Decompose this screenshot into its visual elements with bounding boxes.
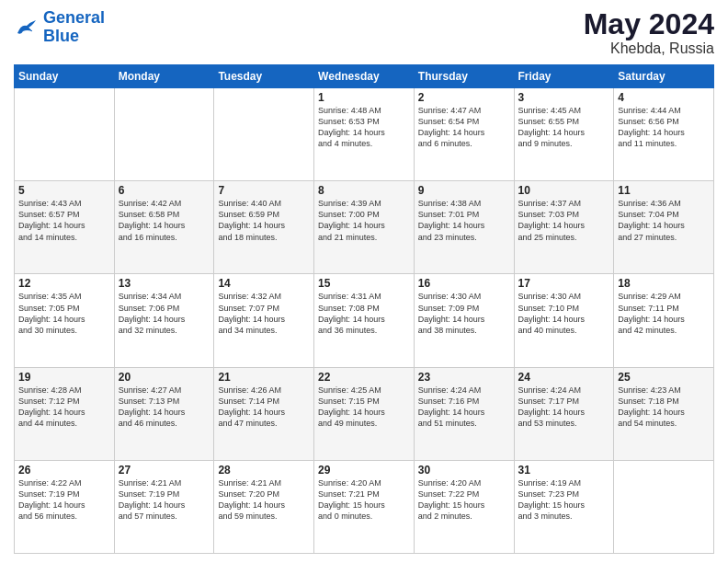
day-number: 13 [119, 277, 210, 290]
day-info: Sunrise: 4:38 AM Sunset: 7:01 PM Dayligh… [418, 198, 510, 243]
calendar-week-1: 1Sunrise: 4:48 AM Sunset: 6:53 PM Daylig… [15, 88, 714, 181]
table-row: 16Sunrise: 4:30 AM Sunset: 7:09 PM Dayli… [414, 274, 514, 367]
page: General Blue May 2024 Khebda, Russia Sun… [0, 0, 728, 563]
calendar-week-2: 5Sunrise: 4:43 AM Sunset: 6:57 PM Daylig… [15, 181, 714, 274]
calendar-week-3: 12Sunrise: 4:35 AM Sunset: 7:05 PM Dayli… [15, 274, 714, 367]
table-row: 21Sunrise: 4:26 AM Sunset: 7:14 PM Dayli… [214, 367, 314, 460]
day-info: Sunrise: 4:24 AM Sunset: 7:17 PM Dayligh… [518, 385, 610, 430]
table-row: 1Sunrise: 4:48 AM Sunset: 6:53 PM Daylig… [314, 88, 415, 181]
table-row: 26Sunrise: 4:22 AM Sunset: 7:19 PM Dayli… [15, 460, 115, 553]
day-info: Sunrise: 4:37 AM Sunset: 7:03 PM Dayligh… [518, 198, 610, 243]
day-info: Sunrise: 4:28 AM Sunset: 7:12 PM Dayligh… [18, 385, 110, 430]
table-row: 12Sunrise: 4:35 AM Sunset: 7:05 PM Dayli… [15, 274, 115, 367]
table-row: 7Sunrise: 4:40 AM Sunset: 6:59 PM Daylig… [214, 181, 314, 274]
day-info: Sunrise: 4:25 AM Sunset: 7:15 PM Dayligh… [318, 385, 410, 430]
header-thursday: Thursday [414, 65, 514, 88]
location: Khebda, Russia [584, 40, 714, 57]
table-row: 23Sunrise: 4:24 AM Sunset: 7:16 PM Dayli… [414, 367, 514, 460]
header-monday: Monday [114, 65, 214, 88]
table-row: 20Sunrise: 4:27 AM Sunset: 7:13 PM Dayli… [114, 367, 214, 460]
day-number: 24 [518, 371, 610, 384]
day-number: 9 [418, 184, 510, 197]
day-number: 14 [218, 277, 310, 290]
day-info: Sunrise: 4:44 AM Sunset: 6:56 PM Dayligh… [618, 105, 710, 150]
day-info: Sunrise: 4:40 AM Sunset: 6:59 PM Dayligh… [218, 198, 310, 243]
day-info: Sunrise: 4:32 AM Sunset: 7:07 PM Dayligh… [218, 291, 310, 336]
day-number: 11 [618, 184, 710, 197]
day-info: Sunrise: 4:23 AM Sunset: 7:18 PM Dayligh… [618, 385, 710, 430]
day-info: Sunrise: 4:19 AM Sunset: 7:23 PM Dayligh… [518, 477, 610, 523]
day-number: 29 [318, 464, 410, 477]
day-number: 12 [18, 277, 110, 290]
day-info: Sunrise: 4:21 AM Sunset: 7:19 PM Dayligh… [119, 477, 210, 523]
table-row: 30Sunrise: 4:20 AM Sunset: 7:22 PM Dayli… [414, 460, 514, 553]
day-info: Sunrise: 4:27 AM Sunset: 7:13 PM Dayligh… [119, 385, 210, 430]
day-number: 23 [418, 371, 510, 384]
day-number: 21 [218, 371, 310, 384]
calendar-week-5: 26Sunrise: 4:22 AM Sunset: 7:19 PM Dayli… [15, 460, 714, 553]
header-wednesday: Wednesday [314, 65, 415, 88]
day-number: 28 [218, 464, 310, 477]
day-info: Sunrise: 4:34 AM Sunset: 7:06 PM Dayligh… [119, 291, 210, 336]
calendar-header-row: Sunday Monday Tuesday Wednesday Thursday… [15, 65, 714, 88]
title-block: May 2024 Khebda, Russia [584, 9, 714, 57]
header-friday: Friday [514, 65, 614, 88]
day-info: Sunrise: 4:20 AM Sunset: 7:21 PM Dayligh… [318, 477, 410, 523]
day-number: 4 [618, 91, 710, 104]
day-number: 30 [418, 464, 510, 477]
day-number: 25 [618, 371, 710, 384]
day-info: Sunrise: 4:30 AM Sunset: 7:10 PM Dayligh… [518, 291, 610, 336]
day-info: Sunrise: 4:22 AM Sunset: 7:19 PM Dayligh… [18, 477, 110, 523]
day-number: 20 [119, 371, 210, 384]
calendar-week-4: 19Sunrise: 4:28 AM Sunset: 7:12 PM Dayli… [15, 367, 714, 460]
day-info: Sunrise: 4:20 AM Sunset: 7:22 PM Dayligh… [418, 477, 510, 523]
day-number: 26 [18, 464, 110, 477]
day-info: Sunrise: 4:42 AM Sunset: 6:58 PM Dayligh… [119, 198, 210, 243]
table-row: 18Sunrise: 4:29 AM Sunset: 7:11 PM Dayli… [614, 274, 714, 367]
day-number: 10 [518, 184, 610, 197]
day-number: 3 [518, 91, 610, 104]
table-row [15, 88, 115, 181]
day-number: 8 [318, 184, 410, 197]
day-info: Sunrise: 4:35 AM Sunset: 7:05 PM Dayligh… [18, 291, 110, 336]
day-number: 17 [518, 277, 610, 290]
day-number: 27 [119, 464, 210, 477]
day-number: 7 [218, 184, 310, 197]
logo: General Blue [14, 9, 105, 46]
table-row: 4Sunrise: 4:44 AM Sunset: 6:56 PM Daylig… [614, 88, 714, 181]
table-row: 14Sunrise: 4:32 AM Sunset: 7:07 PM Dayli… [214, 274, 314, 367]
day-info: Sunrise: 4:45 AM Sunset: 6:55 PM Dayligh… [518, 105, 610, 150]
day-number: 31 [518, 464, 610, 477]
table-row: 11Sunrise: 4:36 AM Sunset: 7:04 PM Dayli… [614, 181, 714, 274]
day-info: Sunrise: 4:43 AM Sunset: 6:57 PM Dayligh… [18, 198, 110, 243]
day-number: 2 [418, 91, 510, 104]
header: General Blue May 2024 Khebda, Russia [14, 9, 714, 57]
day-number: 1 [318, 91, 410, 104]
table-row: 29Sunrise: 4:20 AM Sunset: 7:21 PM Dayli… [314, 460, 415, 553]
day-info: Sunrise: 4:36 AM Sunset: 7:04 PM Dayligh… [618, 198, 710, 243]
day-number: 5 [18, 184, 110, 197]
table-row: 2Sunrise: 4:47 AM Sunset: 6:54 PM Daylig… [414, 88, 514, 181]
logo-text: General Blue [43, 9, 105, 46]
table-row: 8Sunrise: 4:39 AM Sunset: 7:00 PM Daylig… [314, 181, 415, 274]
day-number: 15 [318, 277, 410, 290]
month-title: May 2024 [584, 9, 714, 39]
header-saturday: Saturday [614, 65, 714, 88]
table-row: 5Sunrise: 4:43 AM Sunset: 6:57 PM Daylig… [15, 181, 115, 274]
day-number: 22 [318, 371, 410, 384]
table-row: 3Sunrise: 4:45 AM Sunset: 6:55 PM Daylig… [514, 88, 614, 181]
logo-icon [14, 15, 40, 40]
table-row: 25Sunrise: 4:23 AM Sunset: 7:18 PM Dayli… [614, 367, 714, 460]
day-number: 6 [119, 184, 210, 197]
table-row [214, 88, 314, 181]
table-row: 22Sunrise: 4:25 AM Sunset: 7:15 PM Dayli… [314, 367, 415, 460]
table-row: 17Sunrise: 4:30 AM Sunset: 7:10 PM Dayli… [514, 274, 614, 367]
day-info: Sunrise: 4:31 AM Sunset: 7:08 PM Dayligh… [318, 291, 410, 336]
day-info: Sunrise: 4:30 AM Sunset: 7:09 PM Dayligh… [418, 291, 510, 336]
table-row: 6Sunrise: 4:42 AM Sunset: 6:58 PM Daylig… [114, 181, 214, 274]
day-info: Sunrise: 4:29 AM Sunset: 7:11 PM Dayligh… [618, 291, 710, 336]
table-row [114, 88, 214, 181]
day-info: Sunrise: 4:47 AM Sunset: 6:54 PM Dayligh… [418, 105, 510, 150]
table-row: 15Sunrise: 4:31 AM Sunset: 7:08 PM Dayli… [314, 274, 415, 367]
day-info: Sunrise: 4:24 AM Sunset: 7:16 PM Dayligh… [418, 385, 510, 430]
